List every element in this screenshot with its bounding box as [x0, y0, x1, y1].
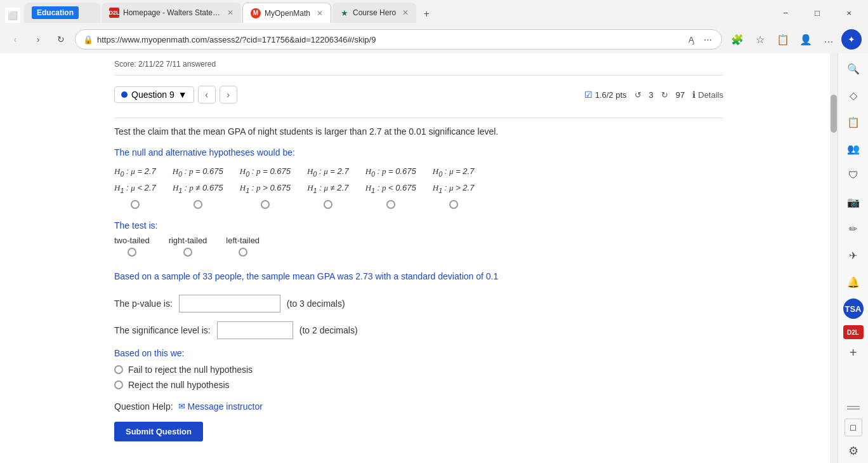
sidebar-shield-icon[interactable]: 🛡: [843, 165, 864, 185]
question-meta: ☑ 1.6/2 pts ↺ 3 ↻ 97 ℹ Details: [584, 90, 723, 100]
check-icon: ☑: [584, 90, 593, 100]
sidebar-collections-icon[interactable]: 📋: [843, 112, 864, 132]
test-option-left-tailed: left-tailed: [226, 236, 260, 257]
divider: [114, 75, 723, 76]
pvalue-label: The p-value is:: [114, 299, 173, 309]
tab-coursehero-label: Course Hero: [353, 8, 396, 17]
tab-d2l-label: Homepage - Walters State Com...: [123, 8, 221, 17]
address-bar[interactable]: 🔒 https://www.myopenmath.com/assess2/?ci…: [75, 29, 722, 50]
h0-col4: H0 : μ = 2.7: [307, 164, 349, 180]
sidebar-favorites-icon[interactable]: ◇: [843, 85, 864, 105]
forward-button[interactable]: ›: [29, 30, 47, 48]
copilot-button[interactable]: ✦: [841, 29, 862, 50]
problem-statement: Test the claim that the mean GPA of nigh…: [114, 124, 723, 138]
hyp-radio-2[interactable]: [194, 200, 202, 209]
hypotheses-grid: H0 : μ = 2.7 H1 : μ < 2.7 H0 : p = 0.675…: [114, 164, 723, 208]
minimize-button[interactable]: −: [772, 3, 799, 22]
browser-icon: ⬜: [5, 8, 20, 23]
coursehero-favicon: ★: [340, 8, 349, 17]
retry-icon[interactable]: ↺: [635, 90, 641, 100]
h1-col2: H1 : p ≠ 0.675: [173, 180, 223, 197]
hyp-radio-3[interactable]: [261, 200, 270, 209]
settings-more-button[interactable]: …: [819, 29, 839, 50]
hyp-radio-1[interactable]: [131, 200, 140, 209]
back-button[interactable]: ‹: [6, 30, 24, 48]
hypothesis-col-1: H0 : μ = 2.7 H1 : μ < 2.7: [114, 164, 156, 208]
based-label: Based on this we:: [114, 348, 723, 358]
radio-row-4: [324, 200, 332, 209]
close-button[interactable]: ×: [835, 3, 863, 22]
toolbar-icons: 🧩 ☆ 📋 👤 … ✦: [727, 29, 862, 50]
h1-col4: H1 : μ ≠ 2.7: [307, 180, 348, 197]
radio-row-3: [261, 200, 270, 209]
radio-row-5: [386, 200, 395, 209]
radio-fail-reject-label: Fail to reject the null hypothesis: [128, 365, 253, 375]
prev-question-button[interactable]: ‹: [198, 86, 216, 104]
test-radio-left-tailed[interactable]: [239, 248, 247, 257]
test-is-label: The test is:: [114, 220, 723, 231]
tab-myopenmath-label: MyOpenMath: [265, 9, 310, 18]
scrollbar-thumb[interactable]: [831, 95, 837, 133]
hypothesis-col-3: H0 : p = 0.675 H1 : p > 0.675: [240, 164, 291, 208]
next-question-button[interactable]: ›: [220, 86, 237, 104]
submit-question-button[interactable]: Submit Question: [114, 422, 203, 441]
sidebar-edit-icon[interactable]: ✏: [843, 218, 864, 239]
tab-d2l[interactable]: D2L Homepage - Walters State Com... ✕: [102, 3, 241, 23]
pvalue-hint: (to 3 decimals): [287, 299, 345, 309]
profile-button[interactable]: 👤: [796, 29, 816, 50]
radio-fail-reject-circle[interactable]: [114, 365, 123, 374]
tab-coursehero-close[interactable]: ✕: [402, 8, 409, 17]
extensions-button[interactable]: 🧩: [727, 29, 747, 50]
translate-icon[interactable]: A̧: [685, 33, 697, 46]
refresh-button[interactable]: ↻: [52, 30, 70, 48]
collections-button[interactable]: 📋: [773, 29, 793, 50]
d2l-favicon: D2L: [109, 8, 119, 18]
h0-col5: H0 : p = 0.675: [365, 164, 416, 180]
tab-d2l-close[interactable]: ✕: [227, 8, 233, 17]
maximize-button[interactable]: □: [803, 3, 831, 22]
tab-myopenmath[interactable]: M MyOpenMath ✕: [242, 3, 331, 23]
favorites-button[interactable]: ☆: [750, 29, 770, 50]
pts-badge: ☑ 1.6/2 pts: [584, 90, 627, 100]
question-dropdown[interactable]: Question 9 ▼: [114, 86, 194, 103]
info-icon: ℹ: [692, 90, 695, 100]
sidebar-window-icon[interactable]: □: [845, 419, 862, 436]
tab-bar: ⬜ Education D2L Homepage - Walters State…: [5, 3, 764, 23]
test-type-section: The test is: two-tailed right-tailed lef…: [114, 220, 723, 257]
h1-col3: H1 : p > 0.675: [240, 180, 291, 197]
sidebar-search-icon[interactable]: 🔍: [843, 58, 864, 79]
tab-education[interactable]: Education: [24, 3, 100, 23]
radio-reject-circle[interactable]: [114, 380, 123, 389]
attempts-icon[interactable]: ↻: [661, 90, 668, 100]
extension-icon[interactable]: ⋯: [701, 33, 714, 46]
test-radio-right-tailed[interactable]: [183, 248, 192, 257]
address-bar-row: ‹ › ↻ 🔒 https://www.myopenmath.com/asses…: [0, 25, 868, 53]
new-tab-button[interactable]: +: [418, 5, 435, 23]
scrollbar-track[interactable]: [830, 53, 838, 463]
radio-fail-reject[interactable]: Fail to reject the null hypothesis: [114, 365, 723, 375]
pvalue-input[interactable]: [179, 295, 280, 312]
hyp-radio-4[interactable]: [324, 200, 332, 209]
details-link[interactable]: ℹ Details: [692, 90, 723, 100]
sidebar-history-icon[interactable]: 👥: [843, 138, 864, 159]
score-header: Score: 2/11/22 7/11 answered: [114, 60, 723, 69]
tab-coursehero[interactable]: ★ Course Hero ✕: [332, 3, 416, 23]
hyp-radio-5[interactable]: [386, 200, 395, 209]
h0-col6: H0 : μ = 2.7: [433, 164, 475, 180]
tab-myopenmath-close[interactable]: ✕: [317, 9, 323, 18]
sidebar-add-button[interactable]: +: [850, 346, 857, 360]
radio-reject[interactable]: Reject the null hypothesis: [114, 380, 723, 390]
hypothesis-col-5: H0 : p = 0.675 H1 : p < 0.675: [365, 164, 416, 208]
hypotheses-section: The null and alternative hypotheses woul…: [114, 147, 723, 208]
test-type-options: two-tailed right-tailed left-tailed: [114, 236, 723, 257]
test-option-right-tailed-label: right-tailed: [169, 236, 207, 245]
sidebar-send-icon[interactable]: ✈: [843, 245, 864, 265]
sidebar-bell-icon[interactable]: 🔔: [843, 272, 864, 292]
sidebar-camera-icon[interactable]: 📷: [843, 192, 864, 212]
message-instructor-link[interactable]: ✉ Message instructor: [178, 401, 263, 412]
test-radio-two-tailed[interactable]: [128, 248, 136, 257]
hyp-radio-6[interactable]: [449, 200, 458, 209]
divider2: [114, 117, 723, 118]
sig-level-input[interactable]: [217, 321, 293, 339]
sidebar-gear-icon[interactable]: ⚙: [848, 444, 858, 458]
